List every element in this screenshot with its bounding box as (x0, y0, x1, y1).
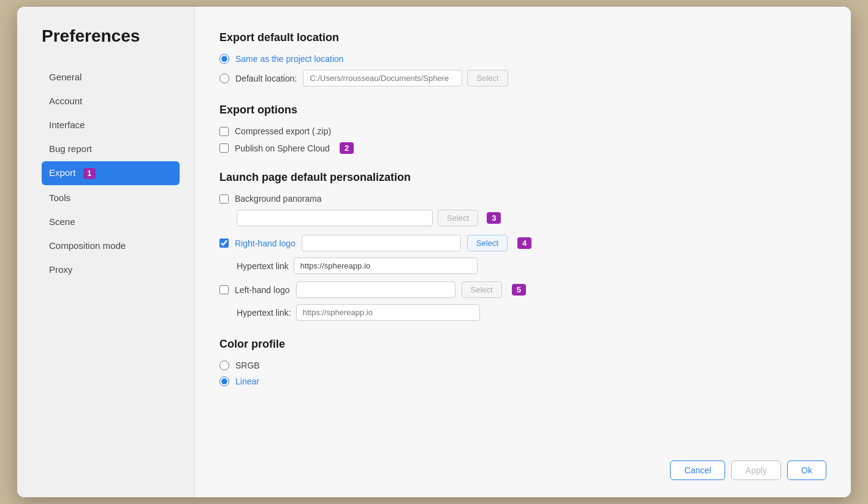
export-badge: 1 (83, 168, 96, 179)
linear-radio[interactable] (219, 376, 229, 386)
right-hand-logo-label: Right-hand logo (235, 239, 295, 248)
right-hand-logo-select-button[interactable]: Select (467, 235, 508, 251)
srgb-row: SRGB (219, 361, 821, 370)
badge-5: 5 (512, 284, 526, 296)
background-panorama-input-row: Select 3 (237, 210, 821, 226)
right-hypertext-input[interactable] (294, 258, 478, 274)
background-panorama-input[interactable] (237, 210, 433, 226)
launch-page-title: Launch page default personalization (219, 171, 821, 184)
left-hand-logo-checkbox[interactable] (219, 285, 229, 294)
linear-row: Linear (219, 376, 821, 386)
launch-page-section: Launch page default personalization Back… (219, 171, 821, 321)
left-hypertext-row: Hypertext link: (237, 304, 821, 321)
srgb-radio[interactable] (219, 361, 229, 370)
sidebar-item-proxy[interactable]: Proxy (42, 258, 180, 281)
publish-sphere-cloud-checkbox[interactable] (219, 143, 229, 153)
background-panorama-select-button[interactable]: Select (438, 210, 478, 226)
main-content: Export default location Same as the proj… (195, 7, 851, 497)
left-hand-logo-input[interactable] (296, 281, 455, 298)
default-location-radio[interactable] (219, 74, 229, 83)
sidebar-item-composition-mode[interactable]: Composition mode (42, 234, 180, 257)
sidebar-title: Preferences (42, 26, 180, 46)
default-location-input-row: Select (303, 70, 508, 86)
same-as-project-row: Same as the project location (219, 54, 821, 64)
default-location-select-button[interactable]: Select (467, 70, 508, 86)
background-panorama-row: Background panorama (219, 194, 821, 204)
left-hypertext-input[interactable] (296, 304, 480, 321)
srgb-label: SRGB (235, 361, 260, 370)
same-as-project-radio[interactable] (219, 54, 229, 64)
right-hand-logo-checkbox[interactable] (219, 239, 229, 248)
export-options-badge: 2 (340, 142, 354, 154)
export-options-title: Export options (219, 104, 821, 116)
left-hand-logo-row: Left-hand logo Select 5 (219, 281, 821, 298)
default-location-label: Default location: (235, 74, 297, 83)
sidebar-item-export[interactable]: Export 1 (42, 161, 180, 185)
same-as-project-label: Same as the project location (235, 54, 344, 64)
sidebar: Preferences General Account Interface Bu… (17, 7, 195, 497)
background-panorama-checkbox[interactable] (219, 194, 229, 204)
color-profile-section: Color profile SRGB Linear (219, 338, 821, 386)
export-default-location-title: Export default location (219, 31, 821, 44)
compressed-export-row: Compressed export (.zip) (219, 126, 821, 136)
sidebar-item-tools[interactable]: Tools (42, 186, 180, 209)
sidebar-item-scene[interactable]: Scene (42, 210, 180, 233)
ok-button[interactable]: Ok (787, 460, 826, 480)
left-hand-logo-label: Left-hand logo (235, 285, 290, 295)
color-profile-title: Color profile (219, 338, 821, 351)
badge-3: 3 (487, 212, 501, 224)
apply-button[interactable]: Apply (731, 460, 781, 480)
right-hand-logo-input[interactable] (302, 235, 461, 251)
publish-sphere-cloud-row: Publish on Sphere Cloud 2 (219, 142, 821, 154)
sidebar-item-interface[interactable]: Interface (42, 113, 180, 136)
preferences-window: Preferences General Account Interface Bu… (17, 7, 851, 497)
default-location-input[interactable] (303, 70, 462, 86)
linear-label: Linear (235, 376, 259, 386)
right-hand-logo-row: Right-hand logo Select 4 (219, 235, 821, 251)
badge-4: 4 (517, 237, 531, 249)
sidebar-item-bug-report[interactable]: Bug report (42, 137, 180, 160)
cancel-button[interactable]: Cancel (670, 460, 725, 480)
bottom-bar: Cancel Apply Ok (670, 460, 826, 480)
default-location-row: Default location: Select (219, 70, 821, 86)
export-options-section: Export options Compressed export (.zip) … (219, 104, 821, 154)
sidebar-item-account[interactable]: Account (42, 90, 180, 112)
compressed-export-checkbox[interactable] (219, 127, 229, 136)
right-hypertext-row: Hypertext link (237, 258, 821, 274)
left-hand-logo-select-button[interactable]: Select (462, 281, 502, 298)
export-default-location-section: Export default location Same as the proj… (219, 31, 821, 86)
sidebar-item-general[interactable]: General (42, 66, 180, 88)
